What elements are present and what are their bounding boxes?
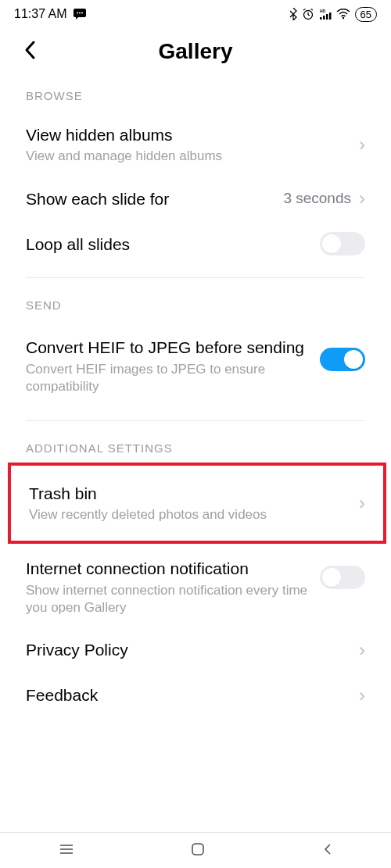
row-subtitle: Show internet connection notification ev… — [26, 582, 320, 616]
status-time: 11:37 AM — [14, 7, 67, 21]
row-trash-bin[interactable]: Trash bin View recently deleted photos a… — [11, 466, 383, 541]
trash-highlight: Trash bin View recently deleted photos a… — [8, 463, 386, 544]
bluetooth-icon — [289, 8, 297, 20]
back-button[interactable] — [23, 40, 36, 64]
row-title: Feedback — [26, 684, 359, 705]
svg-rect-13 — [326, 14, 328, 20]
wifi-icon — [336, 9, 350, 20]
section-send-label: SEND — [0, 289, 391, 323]
row-title: Convert HEIF to JPEG before sending — [26, 337, 320, 358]
heif-toggle[interactable] — [320, 348, 365, 371]
signal-icon: HD — [319, 9, 332, 20]
svg-line-7 — [308, 15, 310, 16]
chevron-right-icon: › — [359, 189, 365, 208]
section-browse-label: BROWSE — [0, 80, 391, 113]
battery-indicator: 65 — [355, 7, 377, 22]
row-title: Show each slide for — [26, 188, 283, 209]
nav-bar — [0, 832, 391, 868]
svg-text:HD: HD — [320, 9, 326, 13]
row-hidden-albums[interactable]: View hidden albums View and manage hidde… — [0, 113, 391, 176]
chevron-right-icon: › — [359, 641, 365, 659]
row-feedback[interactable]: Feedback › — [0, 673, 391, 718]
status-bar: 11:37 AM HD 65 — [0, 0, 391, 25]
row-subtitle: View and manage hidden albums — [26, 148, 359, 165]
svg-rect-11 — [320, 17, 322, 20]
chevron-right-icon: › — [359, 686, 365, 705]
svg-rect-12 — [323, 16, 325, 20]
row-privacy-policy[interactable]: Privacy Policy › — [0, 627, 391, 673]
row-title: Internet connection notification — [26, 558, 320, 579]
row-title: Trash bin — [29, 483, 359, 504]
row-title: Privacy Policy — [26, 639, 359, 660]
row-value: 3 seconds — [283, 190, 351, 207]
svg-line-9 — [310, 9, 313, 11]
svg-point-2 — [77, 13, 78, 14]
row-subtitle: View recently deleted photos and videos — [29, 506, 359, 523]
row-loop-slides: Loop all slides — [0, 221, 391, 266]
nav-recents-icon[interactable] — [59, 843, 74, 859]
svg-point-15 — [342, 17, 343, 19]
row-title: Loop all slides — [26, 234, 320, 255]
chevron-right-icon: › — [359, 494, 365, 513]
loop-toggle[interactable] — [320, 232, 365, 255]
svg-rect-14 — [329, 13, 332, 20]
page-title: Gallery — [16, 39, 375, 64]
svg-point-4 — [81, 13, 83, 14]
internet-toggle[interactable] — [320, 566, 365, 589]
alarm-icon — [302, 8, 314, 20]
svg-line-8 — [303, 9, 306, 11]
row-slide-duration[interactable]: Show each slide for 3 seconds › — [0, 176, 391, 221]
divider — [26, 277, 365, 278]
section-additional-label: ADDITIONAL SETTINGS — [0, 432, 391, 459]
row-heif-convert: Convert HEIF to JPEG before sending Conv… — [0, 323, 391, 409]
chevron-right-icon: › — [359, 135, 365, 154]
row-subtitle: Convert HEIF images to JPEG to ensure co… — [26, 361, 320, 395]
app-header: Gallery — [0, 25, 391, 80]
row-internet-notification: Internet connection notification Show in… — [0, 552, 391, 627]
divider — [26, 420, 365, 421]
row-title: View hidden albums — [26, 124, 359, 145]
nav-back-icon[interactable] — [322, 841, 332, 860]
svg-rect-19 — [192, 844, 203, 855]
nav-home-icon[interactable] — [191, 842, 205, 859]
sms-icon — [74, 9, 86, 20]
settings-list: BROWSE View hidden albums View and manag… — [0, 80, 391, 718]
svg-point-3 — [79, 13, 81, 14]
